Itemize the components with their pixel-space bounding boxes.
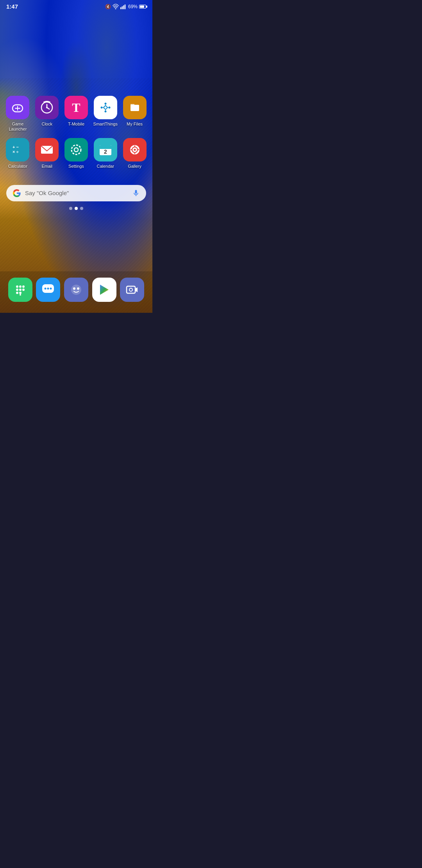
myfiles-label: My Files xyxy=(127,122,143,127)
svg-point-15 xyxy=(104,103,106,105)
svg-text:×  ÷: × ÷ xyxy=(13,149,19,154)
settings-label: Settings xyxy=(68,164,84,169)
svg-marker-57 xyxy=(100,285,109,295)
status-icons: 🔇 69% xyxy=(105,4,146,9)
app-clock[interactable]: Clock xyxy=(34,96,60,132)
app-tmobile[interactable]: T T-Mobile xyxy=(63,96,89,132)
myfiles-icon xyxy=(123,96,147,119)
calendar-icon: 2 xyxy=(94,138,117,161)
svg-point-54 xyxy=(71,285,81,295)
game-launcher-icon xyxy=(6,96,29,119)
clock-label: Clock xyxy=(41,122,52,127)
svg-point-13 xyxy=(46,107,48,108)
tmobile-label: T-Mobile xyxy=(68,122,84,127)
page-dot-1 xyxy=(69,207,72,210)
dock xyxy=(0,271,152,313)
calculator-icon: + − × ÷ xyxy=(6,138,29,161)
svg-rect-23 xyxy=(131,105,139,111)
dock-apps[interactable] xyxy=(8,278,32,302)
status-bar: 1:47 🔇 69% xyxy=(0,0,152,11)
svg-point-16 xyxy=(104,111,106,113)
tmobile-icon: T xyxy=(64,96,88,119)
clock-icon xyxy=(35,96,59,119)
signal-icon xyxy=(120,4,127,9)
svg-rect-2 xyxy=(122,6,123,9)
svg-rect-1 xyxy=(120,7,121,9)
search-placeholder[interactable]: Say "Ok Google" xyxy=(25,190,128,196)
calculator-label: Calculator xyxy=(8,164,28,169)
gallery-icon xyxy=(123,138,147,161)
app-gallery[interactable]: Gallery xyxy=(122,138,148,169)
app-calendar[interactable]: 2 Calendar xyxy=(92,138,118,169)
game-launcher-label: Game Launcher xyxy=(5,122,31,132)
email-icon xyxy=(35,138,59,161)
dock-play[interactable] xyxy=(92,278,116,302)
svg-point-53 xyxy=(50,288,52,290)
dock-screen-recorder[interactable] xyxy=(120,278,144,302)
app-calculator[interactable]: + − × ÷ Calculator xyxy=(5,138,31,169)
svg-point-43 xyxy=(22,285,25,288)
svg-rect-3 xyxy=(123,5,124,9)
app-game-launcher[interactable]: Game Launcher xyxy=(5,96,31,132)
svg-point-17 xyxy=(100,107,102,109)
settings-icon xyxy=(64,138,88,161)
battery-percent: 69% xyxy=(128,4,138,9)
svg-rect-58 xyxy=(127,286,135,293)
svg-point-48 xyxy=(19,292,21,294)
app-smartthings[interactable]: SmartThings xyxy=(92,96,118,132)
svg-text:2: 2 xyxy=(104,149,107,155)
app-grid: Game Launcher Clock T T-Mobile xyxy=(0,90,152,176)
app-settings[interactable]: Settings xyxy=(63,138,89,169)
svg-point-29 xyxy=(72,145,81,154)
svg-point-47 xyxy=(16,292,18,294)
gallery-label: Gallery xyxy=(128,164,141,169)
wifi-icon xyxy=(113,4,119,9)
page-indicator xyxy=(0,207,152,210)
svg-point-60 xyxy=(129,288,132,291)
dock-bixby[interactable] xyxy=(64,278,88,302)
svg-point-52 xyxy=(47,288,49,290)
google-search-bar[interactable]: Say "Ok Google" xyxy=(6,185,146,201)
svg-rect-24 xyxy=(131,104,134,106)
svg-point-49 xyxy=(20,294,21,296)
app-myfiles[interactable]: My Files xyxy=(122,96,148,132)
page-dot-3 xyxy=(80,207,83,210)
search-bar-container: Say "Ok Google" xyxy=(0,185,152,201)
page-dot-2 xyxy=(75,207,78,210)
svg-point-45 xyxy=(19,289,21,291)
battery-icon xyxy=(139,5,146,9)
svg-point-51 xyxy=(45,288,46,290)
svg-point-14 xyxy=(104,106,107,109)
svg-text:+  −: + − xyxy=(13,145,19,149)
app-email[interactable]: Email xyxy=(34,138,60,169)
svg-point-46 xyxy=(22,289,25,291)
google-logo xyxy=(13,189,21,197)
calendar-label: Calendar xyxy=(97,164,114,169)
smartthings-icon xyxy=(94,96,117,119)
svg-point-36 xyxy=(134,149,136,151)
smartthings-label: SmartThings xyxy=(93,122,118,127)
mic-icon[interactable] xyxy=(132,189,140,197)
email-label: Email xyxy=(41,164,52,169)
svg-point-55 xyxy=(73,287,75,290)
svg-point-56 xyxy=(77,287,79,290)
mute-icon: 🔇 xyxy=(105,4,111,9)
svg-point-28 xyxy=(74,148,78,152)
status-time: 1:47 xyxy=(6,3,18,10)
svg-rect-4 xyxy=(125,4,125,9)
svg-point-41 xyxy=(16,285,18,288)
svg-point-42 xyxy=(19,285,21,288)
svg-point-44 xyxy=(16,289,18,291)
dock-messages[interactable] xyxy=(36,278,60,302)
svg-point-18 xyxy=(108,107,110,109)
svg-point-0 xyxy=(115,8,116,9)
